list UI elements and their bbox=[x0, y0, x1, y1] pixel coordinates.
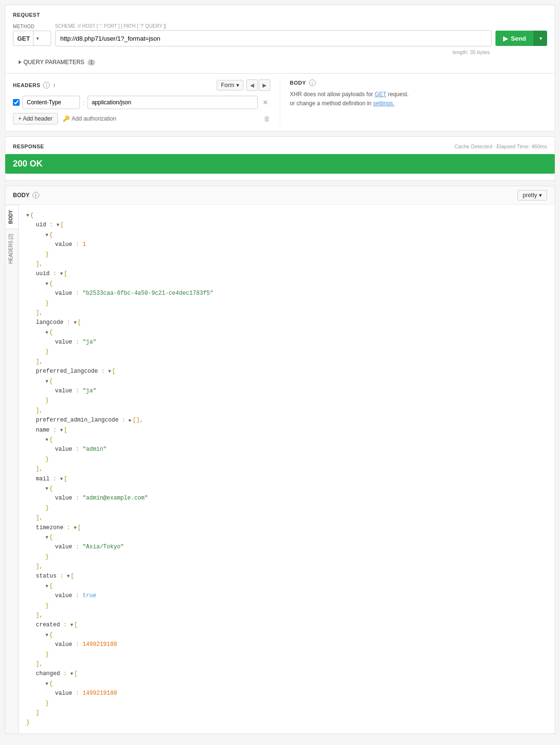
url-input-container bbox=[55, 30, 492, 46]
pretty-label: pretty bbox=[523, 192, 537, 199]
query-params-toggle[interactable]: QUERY PARAMETERS 1 bbox=[19, 59, 547, 66]
method-group: METHOD GET ▾ bbox=[13, 24, 51, 46]
method-select[interactable]: GET ▾ bbox=[13, 31, 51, 46]
uuid-inner-collapse[interactable]: ▼ bbox=[45, 280, 48, 288]
json-body: ▼{ uid : ▼[ ▼{ value : 1 } ], uuid : ▼[ … bbox=[19, 205, 555, 734]
method-dropdown-arrow[interactable]: ▾ bbox=[33, 31, 47, 45]
body-message: XHR does not allow payloads for GET requ… bbox=[290, 90, 547, 108]
nav-prev-button[interactable]: ◀ bbox=[246, 79, 258, 91]
query-params-row: QUERY PARAMETERS 1 bbox=[13, 57, 547, 67]
headers-info-icon: i bbox=[43, 82, 50, 89]
send-button[interactable]: ▶ Send bbox=[495, 31, 534, 46]
delete-header-icon[interactable]: ✕ bbox=[261, 98, 270, 107]
header-actions-row: + Add header 🔑 Add authorization 🗑 bbox=[13, 113, 270, 124]
send-dropdown-button[interactable]: ▾ bbox=[534, 31, 547, 46]
cache-status-text: Cache Detected · Elapsed Time: 460ms bbox=[454, 144, 547, 149]
response-header-row: RESPONSE Cache Detected · Elapsed Time: … bbox=[13, 144, 547, 149]
form-button[interactable]: Form ▾ bbox=[217, 80, 243, 90]
settings-link[interactable]: settings. bbox=[373, 100, 395, 107]
get-text[interactable]: GET bbox=[374, 91, 386, 98]
request-section: REQUEST METHOD GET ▾ SCHEME :// HOST [ '… bbox=[5, 5, 555, 132]
headers-body-row: HEADERS i ↕ Form ▾ ◀ ▶ bbox=[13, 79, 547, 124]
add-auth-label: Add authorization bbox=[72, 115, 116, 122]
send-btn-group: ▶ Send ▾ bbox=[495, 31, 547, 46]
form-arrow: ▾ bbox=[236, 82, 239, 89]
response-section: RESPONSE Cache Detected · Elapsed Time: … bbox=[5, 136, 555, 181]
uid-collapse[interactable]: ▼ bbox=[56, 221, 59, 229]
pretty-arrow: ▾ bbox=[539, 192, 542, 199]
nav-arrows: ◀ ▶ bbox=[246, 79, 270, 91]
response-body-label: BODY bbox=[13, 192, 30, 199]
add-header-label: + Add header bbox=[18, 115, 53, 122]
response-content-area: BODY HEADERS [2] ▼{ uid : ▼[ ▼{ value : … bbox=[5, 205, 555, 734]
status-bar: 200 OK bbox=[5, 154, 555, 174]
root-collapse[interactable]: ▼ bbox=[26, 211, 29, 220]
langcode-collapse[interactable]: ▼ bbox=[74, 319, 77, 327]
response-body-info-icon: i bbox=[33, 192, 39, 199]
method-url-row: METHOD GET ▾ SCHEME :// HOST [ ':' PORT … bbox=[13, 23, 547, 46]
colon: : bbox=[83, 99, 85, 106]
url-group: SCHEME :// HOST [ ':' PORT ] [ PATH [ '?… bbox=[55, 23, 547, 46]
form-label: Form bbox=[221, 82, 234, 89]
response-body-section: BODY i pretty ▾ BODY HEADERS [2] ▼{ uid … bbox=[5, 186, 555, 734]
side-tab-headers[interactable]: HEADERS [2] bbox=[5, 229, 18, 268]
headers-label-group: HEADERS i ↕ bbox=[13, 82, 55, 89]
response-title: RESPONSE bbox=[13, 144, 44, 149]
body-label: BODY bbox=[290, 80, 306, 86]
scheme-label: SCHEME :// HOST [ ':' PORT ] [ PATH [ '?… bbox=[55, 23, 547, 29]
header-item-row: : ✕ bbox=[13, 96, 270, 109]
query-params-badge: 1 bbox=[88, 59, 95, 66]
nav-next-button[interactable]: ▶ bbox=[259, 79, 270, 91]
side-tab-body[interactable]: BODY bbox=[5, 205, 18, 229]
send-icon: ▶ bbox=[503, 35, 508, 42]
trash-icon[interactable]: 🗑 bbox=[264, 115, 270, 122]
body-panel: BODY i XHR does not allow payloads for G… bbox=[280, 79, 547, 124]
body-info-icon: i bbox=[309, 79, 316, 86]
add-header-button[interactable]: + Add header bbox=[13, 113, 58, 124]
body-controls-row: BODY i pretty ▾ bbox=[5, 186, 555, 205]
sort-icon[interactable]: ↕ bbox=[53, 82, 55, 89]
header-key-input[interactable] bbox=[22, 96, 80, 109]
length-text: length: 35 bytes bbox=[13, 49, 490, 55]
header-checkbox[interactable] bbox=[13, 99, 20, 106]
headers-label: HEADERS bbox=[13, 82, 40, 88]
method-label: METHOD bbox=[13, 24, 51, 29]
divider-1 bbox=[5, 73, 555, 74]
headers-controls: Form ▾ ◀ ▶ bbox=[217, 79, 270, 91]
key-icon: 🔑 bbox=[63, 115, 70, 122]
send-label: Send bbox=[511, 35, 526, 42]
header-val-input[interactable] bbox=[88, 96, 258, 109]
url-send-row: ▶ Send ▾ bbox=[55, 30, 547, 46]
side-tabs: BODY HEADERS [2] bbox=[5, 205, 19, 734]
uuid-collapse[interactable]: ▼ bbox=[60, 270, 63, 278]
pretty-button[interactable]: pretty ▾ bbox=[517, 190, 547, 200]
add-auth-link[interactable]: 🔑 Add authorization bbox=[63, 115, 264, 122]
headers-panel: HEADERS i ↕ Form ▾ ◀ ▶ bbox=[13, 79, 280, 124]
headers-title-row: HEADERS i ↕ Form ▾ ◀ ▶ bbox=[13, 79, 270, 91]
query-params-label: QUERY PARAMETERS bbox=[23, 59, 84, 66]
method-value: GET bbox=[17, 35, 30, 42]
uid-inner-collapse[interactable]: ▼ bbox=[45, 231, 48, 239]
url-input[interactable] bbox=[55, 31, 491, 46]
request-title: REQUEST bbox=[13, 12, 547, 18]
query-params-arrow bbox=[19, 60, 22, 64]
body-title-row: BODY i bbox=[290, 79, 547, 86]
body-tab-label: BODY i bbox=[13, 192, 39, 199]
